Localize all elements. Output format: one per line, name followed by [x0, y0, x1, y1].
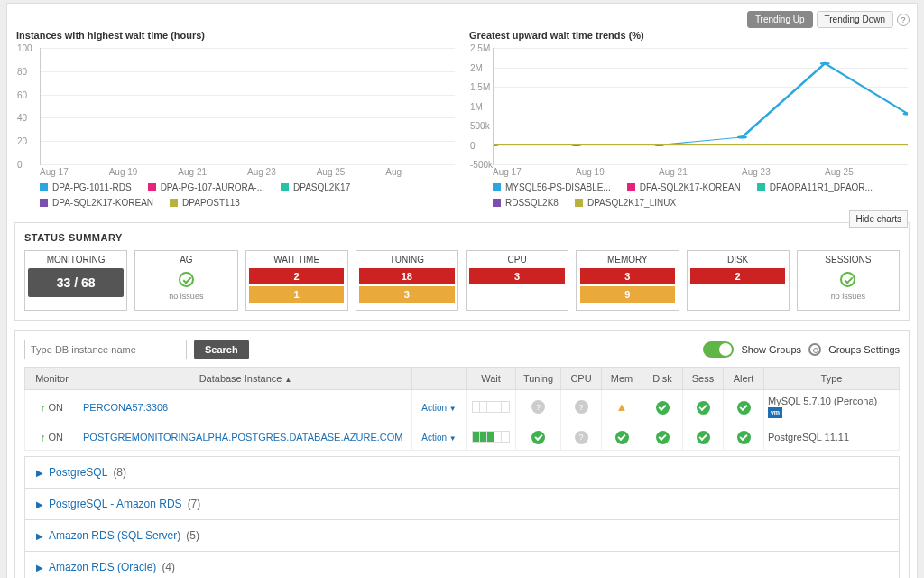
instance-link[interactable]: PERCONA57:3306 [83, 402, 168, 413]
ok-icon [737, 431, 751, 444]
status-card[interactable]: SESSIONSno issues [797, 250, 900, 311]
col-wait[interactable]: Wait [467, 368, 516, 390]
status-card[interactable]: MEMORY39 [576, 250, 679, 311]
chevron-right-icon: ▶ [36, 531, 43, 541]
unknown-icon: ? [575, 431, 588, 444]
col-alert[interactable]: Alert [724, 368, 764, 390]
trending-down-button[interactable]: Trending Down [817, 11, 893, 28]
ok-icon [656, 431, 670, 444]
show-groups-toggle[interactable] [703, 341, 734, 358]
status-card[interactable]: DISK2 [687, 250, 790, 311]
col-mem[interactable]: Mem [602, 368, 642, 390]
hide-charts-button[interactable]: Hide charts [849, 210, 908, 228]
monitor-state: ON [49, 402, 64, 413]
show-groups-label: Show Groups [741, 344, 801, 355]
chevron-right-icon: ▶ [36, 499, 43, 509]
col-disk[interactable]: Disk [642, 368, 683, 390]
ok-icon [656, 401, 670, 415]
col-db[interactable]: Database Instance ▲ [79, 368, 412, 390]
svg-point-5 [902, 113, 908, 116]
status-heading: STATUS SUMMARY [24, 232, 900, 243]
chevron-right-icon: ▶ [36, 563, 43, 573]
ok-icon [531, 431, 545, 444]
action-dropdown[interactable]: Action ▼ [421, 403, 457, 413]
status-card[interactable]: MONITORING33 / 68 [24, 250, 127, 311]
col-cpu[interactable]: CPU [561, 368, 602, 390]
ok-icon [697, 401, 710, 415]
col-monitor[interactable]: Monitor [25, 368, 79, 390]
trending-up-button[interactable]: Trending Up [747, 11, 813, 28]
ok-icon [737, 401, 751, 415]
wait-time-chart: Instances with highest wait time (hours)… [16, 30, 455, 208]
search-input[interactable] [24, 340, 187, 359]
group-row[interactable]: ▶ Amazon RDS (SQL Server)(5) [24, 520, 900, 552]
chevron-right-icon: ▶ [36, 468, 43, 478]
search-button[interactable]: Search [194, 340, 249, 359]
group-row[interactable]: ▶ PostgreSQL(8) [24, 456, 900, 489]
group-row[interactable]: ▶ PostgreSQL - Amazon RDS(7) [24, 489, 900, 520]
col-sess[interactable]: Sess [683, 368, 724, 390]
arrow-up-icon: ↑ [41, 402, 46, 413]
unknown-icon: ? [575, 400, 588, 414]
ok-icon [615, 431, 629, 444]
status-card[interactable]: TUNING183 [356, 250, 458, 311]
groups-settings-link[interactable]: Groups Settings [828, 344, 900, 355]
chart-title: Greatest upward wait time trends (%) [469, 30, 908, 41]
type-label: MySQL 5.7.10 (Percona) [768, 396, 895, 406]
type-label: PostgreSQL 11.11 [768, 432, 895, 443]
status-card[interactable]: AGno issues [134, 250, 237, 311]
status-card[interactable]: CPU3 [466, 250, 568, 311]
wait-bars [472, 431, 510, 443]
instances-table: Monitor Database Instance ▲ Wait Tuning … [24, 367, 900, 451]
table-row: ↑ ON POSTGREMONITORINGALPHA.POSTGRES.DAT… [25, 424, 900, 451]
arrow-up-icon: ↑ [41, 432, 46, 443]
gear-icon[interactable] [808, 343, 821, 356]
action-dropdown[interactable]: Action ▼ [421, 433, 457, 443]
svg-point-4 [820, 62, 830, 65]
status-summary: STATUS SUMMARY MONITORING33 / 68AGno iss… [14, 222, 910, 321]
help-icon[interactable]: ? [897, 14, 910, 26]
unknown-icon: ? [531, 400, 545, 414]
group-row[interactable]: ▶ Amazon RDS (Oracle)(4) [24, 552, 900, 578]
monitor-state: ON [49, 432, 64, 443]
col-tuning[interactable]: Tuning [516, 368, 561, 390]
trend-chart: Greatest upward wait time trends (%) -50… [469, 30, 908, 208]
instance-link[interactable]: POSTGREMONITORINGALPHA.POSTGRES.DATABASE… [83, 432, 403, 443]
chart-title: Instances with highest wait time (hours) [16, 30, 455, 41]
wait-bars [472, 401, 510, 413]
svg-point-3 [737, 135, 747, 138]
col-type[interactable]: Type [764, 368, 900, 390]
ok-icon [697, 431, 710, 444]
status-card[interactable]: WAIT TIME21 [245, 250, 348, 311]
vm-icon: vm [768, 407, 782, 418]
table-row: ↑ ON PERCONA57:3306 Action ▼ ??▲ MySQL 5… [25, 390, 900, 424]
warning-icon: ▲ [616, 400, 628, 414]
